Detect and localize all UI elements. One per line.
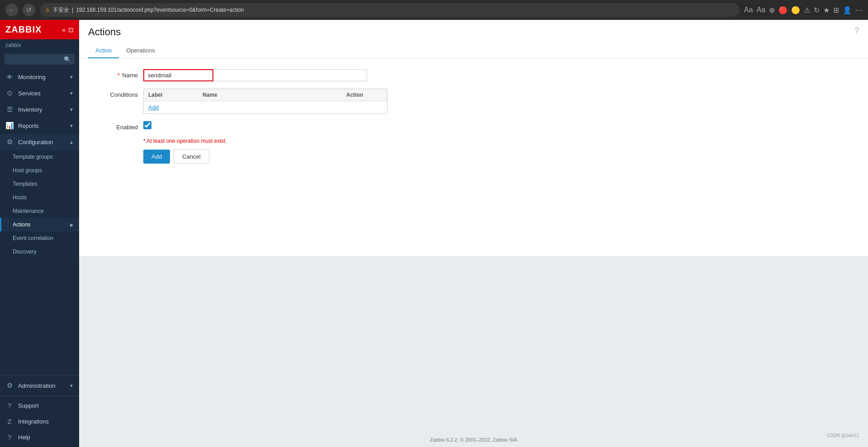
sidebar-item-inventory[interactable]: ☰ Inventory ▼ [0,101,79,118]
main-body [79,256,868,433]
sub-item-label: Template groups [13,154,53,160]
browser-icon-7[interactable]: ↻ [814,6,820,14]
sidebar-item-label: Integrations [18,418,49,425]
sub-item-label: Maintenance [13,208,44,214]
conditions-label: Conditions [88,89,138,98]
services-icon: ⊙ [5,89,14,97]
sidebar-item-host-groups[interactable]: Host groups [0,164,79,177]
name-input-active[interactable] [143,69,213,81]
browser-icon-10[interactable]: 👤 [843,6,852,14]
sidebar-item-label: Help [18,434,30,441]
sidebar-item-discovery[interactable]: Discovery [0,245,79,259]
sidebar-item-label: Administration [18,382,55,389]
sidebar: ZABBIX « ⊡ zabbix 🔍 👁 Monitoring ▼ ⊙ Ser… [0,20,79,447]
conditions-table: Label Name Action Add [143,89,387,114]
sidebar-item-integrations[interactable]: Z Integrations [0,414,79,429]
sidebar-item-label: Services [18,90,41,97]
browser-icon-1[interactable]: Aa [744,6,753,14]
monitoring-icon: 👁 [5,73,14,81]
form-buttons: Add Cancel [143,150,859,164]
footer: Zabbix 6.2.2. © 2001–2022, Zabbix SIA [79,433,868,447]
name-input-rest[interactable] [213,69,367,81]
help-icon: ? [5,433,14,441]
sub-item-label: Templates [13,181,38,187]
browser-icon-9[interactable]: ⊞ [833,6,839,14]
sidebar-item-label: Monitoring [18,74,46,80]
add-condition-button[interactable]: Add [148,104,159,111]
sidebar-item-help[interactable]: ? Help [0,429,79,445]
conditions-header: Label Name Action [144,89,387,101]
sidebar-item-monitoring[interactable]: 👁 Monitoring ▼ [0,69,79,85]
name-row: * Name [88,69,859,81]
browser-icon-2[interactable]: Aa [756,6,765,14]
browser-icon-8[interactable]: ★ [823,6,830,14]
chevron-down-icon: ▼ [69,75,74,80]
browser-toolbar: Aa Aa ⊕ 🔴 🟡 ⚠ ↻ ★ ⊞ 👤 ⋯ [744,6,863,14]
nav-main: 👁 Monitoring ▼ ⊙ Services ▼ ☰ Inventory … [0,67,79,260]
enabled-row: Enabled [88,121,859,131]
browser-icon-4[interactable]: 🔴 [778,6,788,14]
sidebar-item-configuration[interactable]: ⚙ Configuration ▲ [0,134,79,150]
collapse-icon[interactable]: « [62,26,66,33]
page-help-icon[interactable]: ? [854,26,859,36]
tab-bar: Action Operations [88,43,162,58]
sidebar-item-label: Support [18,402,39,409]
inventory-icon: ☰ [5,105,14,113]
sidebar-username: zabbix [0,39,79,51]
sub-item-label: Host groups [13,167,42,174]
chevron-down-icon: ▼ [69,383,74,388]
main-content: Actions Action Operations ? * Name [79,20,868,447]
support-icon: ? [5,402,14,409]
sidebar-item-label: Reports [18,122,39,129]
browser-icon-5[interactable]: 🟡 [791,6,800,14]
reload-button[interactable]: ↺ [23,4,35,16]
tab-operations[interactable]: Operations [119,43,162,58]
sidebar-item-event-correlation[interactable]: Event correlation [0,231,79,245]
sidebar-item-template-groups[interactable]: Template groups [0,150,79,164]
sidebar-item-support[interactable]: ? Support [0,398,79,414]
browser-icon-6[interactable]: ⚠ [804,6,810,14]
logo-controls[interactable]: « ⊡ [62,26,74,33]
sidebar-bottom: ⚙ Administration ▼ [0,375,79,395]
sidebar-item-services[interactable]: ⊙ Services ▼ [0,85,79,101]
add-button[interactable]: Add [143,150,170,164]
browser-icon-3[interactable]: ⊕ [769,6,775,14]
url-separator: | [72,7,73,13]
sidebar-logo: ZABBIX « ⊡ [0,20,79,39]
security-warning-icon: ⚠ [45,7,50,13]
sidebar-item-templates[interactable]: Templates [0,177,79,191]
chevron-down-icon: ▼ [69,91,74,96]
tab-action[interactable]: Action [88,43,119,58]
logo-text: ZABBIX [5,24,42,35]
search-icon: 🔍 [64,56,71,63]
sidebar-item-label: Configuration [18,139,53,146]
expand-icon[interactable]: ⊡ [68,26,74,33]
conditions-body: Add [144,101,387,113]
enabled-label: Enabled [88,121,138,131]
browser-icon-11[interactable]: ⋯ [855,6,863,14]
sidebar-item-administration[interactable]: ⚙ Administration ▼ [0,377,79,394]
sidebar-item-maintenance[interactable]: Maintenance [0,204,79,218]
sidebar-item-label: Inventory [18,106,42,113]
address-bar[interactable]: ⚠ 不安全 | 192.168.159.101/actionconf.php?e… [40,3,740,17]
form-area: * Name Conditions Label Name Action [79,58,868,256]
sidebar-item-hosts[interactable]: Hosts [0,191,79,204]
sidebar-footer: ? Support Z Integrations ? Help [0,395,79,447]
sidebar-search-container: 🔍 [0,51,79,67]
name-input-wrapper [143,69,367,81]
configuration-icon: ⚙ [5,138,14,146]
sub-item-label: Event correlation [13,235,53,241]
sidebar-item-reports[interactable]: 📊 Reports ▼ [0,118,79,134]
reports-icon: 📊 [5,122,14,130]
back-button[interactable]: ← [5,4,18,16]
validation-message: * At least one operation must exist. [143,138,859,144]
main-header: Actions Action Operations ? [79,20,868,58]
browser-chrome: ← ↺ ⚠ 不安全 | 192.168.159.101/actionconf.p… [0,0,868,20]
chevron-down-icon: ▼ [69,123,74,128]
enabled-checkbox[interactable] [143,121,151,129]
security-label: 不安全 [53,6,69,14]
cancel-button[interactable]: Cancel [174,150,209,164]
sub-item-label: Hosts [13,194,27,201]
sidebar-item-actions[interactable]: Actions ▶ [0,218,79,231]
page-title: Actions [88,26,162,38]
